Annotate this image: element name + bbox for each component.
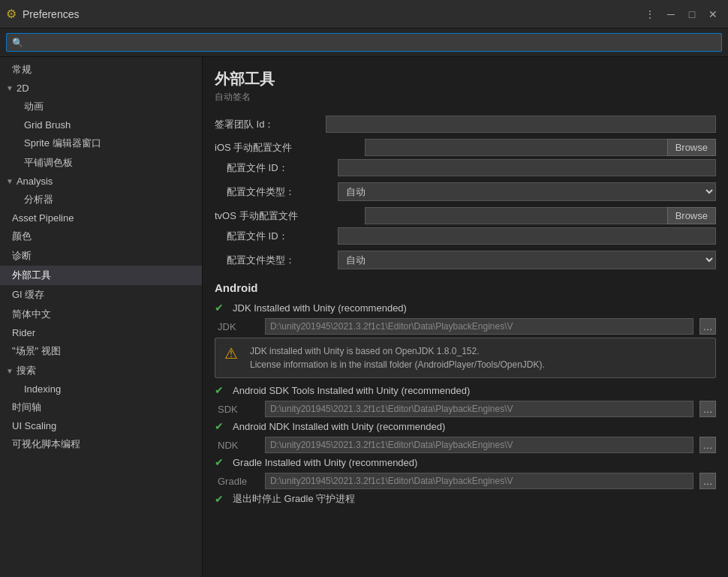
section-title: 外部工具 bbox=[215, 69, 716, 89]
stop-gradle-row: ✔ 退出时停止 Gradle 守护进程 bbox=[215, 492, 716, 506]
jdk-key-label: JDK bbox=[218, 321, 259, 332]
main-layout: 常规 ▼ 2D 动画 Grid Brush Sprite 编辑器窗口 平铺调色板… bbox=[0, 57, 728, 577]
gradle-checkbox-row: ✔ Gradle Installed with Unity (recommend… bbox=[215, 456, 716, 468]
tvos-browse-row: tvOS 手动配置文件 Browse bbox=[215, 207, 716, 224]
sidebar-item-visual-scripting[interactable]: 可视化脚本编程 bbox=[0, 434, 202, 454]
sidebar-item-grid-brush[interactable]: Grid Brush bbox=[0, 116, 202, 134]
jdk-warning-box: ⚠ JDK installed with Unity is based on O… bbox=[215, 338, 716, 378]
signing-team-input[interactable] bbox=[326, 116, 716, 133]
ndk-key-label: NDK bbox=[218, 440, 259, 451]
warning-icon: ⚠ bbox=[224, 344, 242, 362]
signing-team-row: 签署团队 Id： bbox=[215, 116, 716, 133]
tvos-browse-button[interactable]: Browse bbox=[667, 207, 716, 224]
tvos-label: tvOS 手动配置文件 bbox=[215, 209, 365, 223]
sidebar-item-analyzer[interactable]: 分析器 bbox=[0, 190, 202, 209]
tvos-config-id-label: 配置文件 ID： bbox=[227, 230, 332, 243]
preferences-icon: ⚙ bbox=[6, 7, 17, 21]
sidebar-item-tile-palette[interactable]: 平铺调色板 bbox=[0, 153, 202, 173]
search-icon: 🔍 bbox=[12, 38, 23, 48]
gradle-key-label: Gradle bbox=[218, 476, 259, 487]
sdk-path-row: SDK … bbox=[215, 401, 716, 417]
jdk-checkbox-row: ✔ JDK Installed with Unity (recommended) bbox=[215, 302, 716, 314]
ndk-path-input[interactable] bbox=[265, 437, 693, 453]
tvos-config-type-select[interactable]: 自动 bbox=[338, 251, 716, 269]
jdk-path-input[interactable] bbox=[265, 318, 693, 335]
tvos-config-id-input[interactable] bbox=[338, 227, 716, 245]
gradle-check-icon: ✔ bbox=[215, 456, 227, 468]
jdk-path-row: JDK … bbox=[215, 318, 716, 335]
more-button[interactable]: ⋮ bbox=[641, 5, 659, 23]
ios-config-type-select[interactable]: 自动 bbox=[338, 182, 716, 201]
warning-text: JDK installed with Unity is based on Ope… bbox=[250, 344, 545, 371]
ios-config-id-input[interactable] bbox=[338, 159, 716, 176]
ios-label: iOS 手动配置文件 bbox=[215, 141, 365, 155]
gradle-folder-button[interactable]: … bbox=[699, 473, 716, 489]
ndk-checkbox-row: ✔ Android NDK Installed with Unity (reco… bbox=[215, 420, 716, 432]
ios-config-id-row: 配置文件 ID： bbox=[215, 159, 716, 176]
maximize-button[interactable]: □ bbox=[683, 5, 701, 23]
gradle-checkbox-label: Gradle Installed with Unity (recommended… bbox=[233, 457, 417, 468]
sidebar-item-2d[interactable]: ▼ 2D bbox=[0, 80, 202, 97]
sidebar-item-rider[interactable]: Rider bbox=[0, 324, 202, 341]
sdk-check-icon: ✔ bbox=[215, 384, 227, 396]
sidebar-item-timeline[interactable]: 时间轴 bbox=[0, 398, 202, 417]
search-wrapper: 🔍 bbox=[6, 33, 722, 52]
sidebar-item-sprite-editor[interactable]: Sprite 编辑器窗口 bbox=[0, 134, 202, 153]
title-bar-left: ⚙ Preferences bbox=[6, 7, 79, 21]
sidebar-item-diagnosis[interactable]: 诊断 bbox=[0, 246, 202, 266]
ios-browse-row: iOS 手动配置文件 Browse bbox=[215, 139, 716, 156]
tvos-browse-input[interactable] bbox=[365, 207, 667, 224]
sidebar-item-animation[interactable]: 动画 bbox=[0, 97, 202, 116]
sidebar: 常规 ▼ 2D 动画 Grid Brush Sprite 编辑器窗口 平铺调色板… bbox=[0, 57, 203, 577]
close-button[interactable]: ✕ bbox=[704, 5, 722, 23]
tvos-config-type-row: 配置文件类型： 自动 bbox=[215, 251, 716, 269]
chevron-search: ▼ bbox=[6, 367, 14, 375]
sidebar-item-colors[interactable]: 颜色 bbox=[0, 227, 202, 246]
ndk-path-row: NDK … bbox=[215, 437, 716, 453]
ios-config-type-label: 配置文件类型： bbox=[227, 185, 332, 199]
ios-config-id-label: 配置文件 ID： bbox=[227, 161, 332, 175]
sidebar-item-scene-view[interactable]: "场景" 视图 bbox=[0, 341, 202, 361]
section-subtitle: 自动签名 bbox=[215, 91, 716, 104]
chevron-2d: ▼ bbox=[6, 84, 14, 92]
sdk-checkbox-row: ✔ Android SDK Tools Installed with Unity… bbox=[215, 384, 716, 396]
sidebar-item-simplified-chinese[interactable]: 简体中文 bbox=[0, 305, 202, 324]
title-bar-controls: ⋮ ─ □ ✕ bbox=[641, 5, 722, 23]
ios-config-type-row: 配置文件类型： 自动 bbox=[215, 182, 716, 201]
gradle-path-input[interactable] bbox=[265, 473, 693, 489]
tvos-config-id-row: 配置文件 ID： bbox=[215, 227, 716, 245]
signing-team-label: 签署团队 Id： bbox=[215, 118, 320, 131]
jdk-check-icon: ✔ bbox=[215, 302, 227, 314]
jdk-folder-button[interactable]: … bbox=[699, 318, 716, 335]
sidebar-item-search[interactable]: ▼ 搜索 bbox=[0, 361, 202, 380]
android-title: Android bbox=[215, 281, 716, 294]
sdk-checkbox-label: Android SDK Tools Installed with Unity (… bbox=[233, 385, 470, 396]
sdk-folder-button[interactable]: … bbox=[699, 401, 716, 417]
stop-gradle-check-icon: ✔ bbox=[215, 493, 227, 505]
minimize-button[interactable]: ─ bbox=[662, 5, 680, 23]
search-bar: 🔍 bbox=[0, 29, 728, 57]
ios-browse-button[interactable]: Browse bbox=[667, 139, 716, 156]
sidebar-item-analysis[interactable]: ▼ Analysis bbox=[0, 173, 202, 190]
content-inner: 外部工具 自动签名 签署团队 Id： iOS 手动配置文件 Browse 配置文… bbox=[203, 57, 728, 577]
chevron-analysis: ▼ bbox=[6, 177, 14, 185]
ndk-folder-button[interactable]: … bbox=[699, 437, 716, 453]
ios-browse-input[interactable] bbox=[365, 139, 667, 156]
content-area: 外部工具 自动签名 签署团队 Id： iOS 手动配置文件 Browse 配置文… bbox=[203, 57, 728, 577]
tvos-config-type-label: 配置文件类型： bbox=[227, 254, 332, 267]
sdk-key-label: SDK bbox=[218, 404, 259, 415]
sidebar-item-external-tools[interactable]: 外部工具 bbox=[0, 266, 202, 285]
gradle-path-row: Gradle … bbox=[215, 473, 716, 489]
sidebar-item-regular[interactable]: 常规 bbox=[0, 60, 202, 80]
android-section: Android ✔ JDK Installed with Unity (reco… bbox=[215, 281, 716, 506]
search-input[interactable] bbox=[6, 33, 722, 52]
jdk-checkbox-label: JDK Installed with Unity (recommended) bbox=[233, 302, 407, 314]
sidebar-item-asset-pipeline[interactable]: Asset Pipeline bbox=[0, 209, 202, 227]
ndk-check-icon: ✔ bbox=[215, 420, 227, 432]
sidebar-item-gi-cache[interactable]: GI 缓存 bbox=[0, 285, 202, 305]
sdk-path-input[interactable] bbox=[265, 401, 693, 417]
sidebar-item-indexing[interactable]: Indexing bbox=[0, 380, 202, 398]
ndk-checkbox-label: Android NDK Installed with Unity (recomm… bbox=[233, 421, 445, 432]
sidebar-item-ui-scaling[interactable]: UI Scaling bbox=[0, 417, 202, 434]
title-bar: ⚙ Preferences ⋮ ─ □ ✕ bbox=[0, 0, 728, 29]
